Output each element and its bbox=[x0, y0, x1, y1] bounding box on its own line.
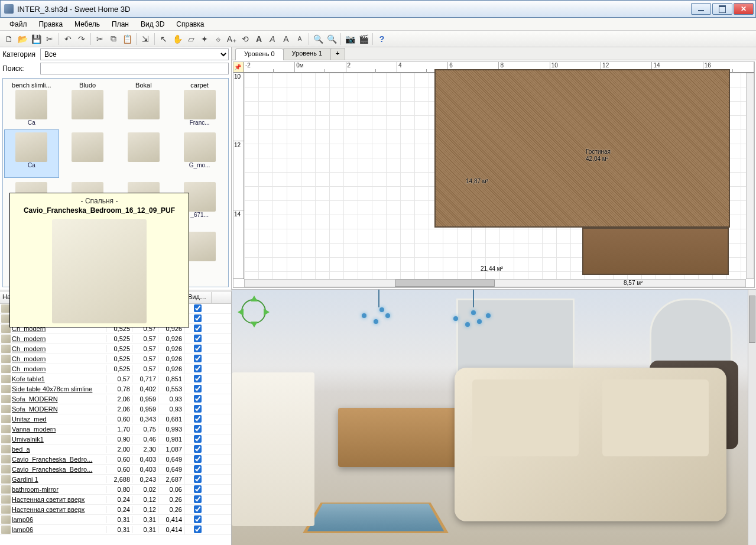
catalog-item[interactable]: Ca bbox=[4, 129, 59, 178]
catalog-item[interactable]: carpetFranc... bbox=[172, 80, 227, 128]
help-icon[interactable]: ? bbox=[375, 33, 388, 46]
table-row[interactable]: Side table 40x78cm slimline 0,78 0,402 0… bbox=[0, 384, 231, 394]
col-visible[interactable]: Види... bbox=[186, 292, 212, 303]
menu-plan[interactable]: План bbox=[106, 20, 135, 28]
table-row[interactable]: Настенная светит вверх 0,24 0,12 0,26 bbox=[0, 505, 231, 515]
text-italic-icon[interactable]: A bbox=[266, 33, 279, 46]
view-3d-panel[interactable] bbox=[232, 290, 756, 545]
decrease-size-icon[interactable]: A bbox=[293, 33, 306, 46]
table-row[interactable]: Kofe table1 0,57 0,717 0,851 bbox=[0, 374, 231, 384]
ruler-lock-icon[interactable] bbox=[233, 62, 244, 73]
visibility-checkbox[interactable] bbox=[194, 415, 202, 423]
table-row[interactable]: Unitaz_med 0,60 0,343 0,681 bbox=[0, 414, 231, 424]
minimize-button[interactable] bbox=[691, 3, 711, 15]
visibility-checkbox[interactable] bbox=[194, 485, 202, 493]
table-row[interactable]: lamp06 0,31 0,31 0,414 bbox=[0, 525, 231, 535]
plan-scrollbar-h[interactable] bbox=[244, 279, 746, 287]
tab-add-level[interactable]: + bbox=[330, 48, 345, 60]
nav-compass[interactable] bbox=[238, 296, 270, 327]
visibility-checkbox[interactable] bbox=[194, 385, 202, 392]
visibility-checkbox[interactable] bbox=[194, 505, 202, 513]
zoom-in-icon[interactable]: 🔍 bbox=[312, 33, 325, 46]
visibility-checkbox[interactable] bbox=[194, 455, 202, 463]
redo-icon[interactable]: ↷ bbox=[75, 33, 88, 46]
pan-tool-icon[interactable]: ✋ bbox=[171, 33, 184, 46]
create-walls-icon[interactable]: ▱ bbox=[184, 33, 197, 46]
paste-icon[interactable]: 📋 bbox=[121, 33, 134, 46]
select-tool-icon[interactable]: ↖ bbox=[157, 33, 170, 46]
visibility-checkbox[interactable] bbox=[194, 525, 202, 533]
visibility-checkbox[interactable] bbox=[194, 405, 202, 413]
copy-icon[interactable]: ⧉ bbox=[107, 33, 120, 46]
furniture-rows[interactable]: dining table 100 x 100 slim... 0,90 0,90… bbox=[0, 304, 231, 545]
open-icon[interactable]: 📂 bbox=[16, 33, 29, 46]
table-row[interactable]: bed_a 2,00 2,30 1,087 bbox=[0, 445, 231, 455]
table-row[interactable]: Vanna_modern 1,70 0,75 0,993 bbox=[0, 424, 231, 434]
create-room-icon[interactable]: ✦ bbox=[198, 33, 211, 46]
nav-left-icon[interactable] bbox=[238, 309, 244, 316]
catalog-item[interactable]: Bokal bbox=[116, 80, 171, 128]
catalog-item[interactable] bbox=[116, 129, 171, 178]
search-input[interactable] bbox=[40, 63, 229, 74]
create-polyline-icon[interactable]: ⟐ bbox=[212, 33, 225, 46]
visibility-checkbox[interactable] bbox=[194, 445, 202, 453]
table-row[interactable]: bathroom-mirror 0,80 0,02 0,06 bbox=[0, 485, 231, 495]
catalog-item[interactable] bbox=[60, 129, 115, 178]
photo-icon[interactable]: 📷 bbox=[343, 33, 356, 46]
plan-canvas[interactable]: -20м246810121416 101214 Гостиная42,04 м²… bbox=[233, 61, 755, 288]
table-row[interactable]: Ch_modern 0,525 0,57 0,926 bbox=[0, 354, 231, 364]
nav-down-icon[interactable] bbox=[251, 322, 258, 327]
table-row[interactable]: lamp06 0,31 0,31 0,414 bbox=[0, 515, 231, 525]
visibility-checkbox[interactable] bbox=[194, 435, 202, 443]
create-dimension-icon[interactable]: A₊ bbox=[225, 33, 238, 46]
catalog-item[interactable]: Bludo bbox=[60, 80, 115, 128]
plan-scrollbar-v[interactable] bbox=[746, 73, 754, 279]
plan-room[interactable] bbox=[434, 69, 730, 228]
table-row[interactable]: Gardini 1 2,688 0,243 2,687 bbox=[0, 475, 231, 485]
visibility-checkbox[interactable] bbox=[194, 314, 202, 322]
catalog-item[interactable]: bench slimli...Ca bbox=[4, 80, 59, 128]
menu-3d[interactable]: Вид 3D bbox=[135, 20, 170, 28]
visibility-checkbox[interactable] bbox=[194, 375, 202, 382]
create-text-icon[interactable]: ⟲ bbox=[239, 33, 252, 46]
table-row[interactable]: Ch_modern 0,525 0,57 0,926 bbox=[0, 334, 231, 344]
cut-icon[interactable]: ✂ bbox=[93, 33, 106, 46]
visibility-checkbox[interactable] bbox=[194, 515, 202, 523]
visibility-checkbox[interactable] bbox=[194, 425, 202, 433]
table-row[interactable]: Cavio_Francheska_Bedro... 0,60 0,403 0,6… bbox=[0, 455, 231, 465]
close-button[interactable]: ✕ bbox=[734, 3, 754, 15]
menu-help[interactable]: Справка bbox=[170, 20, 210, 28]
menu-furniture[interactable]: Мебель bbox=[69, 20, 106, 28]
video-icon[interactable]: 🎬 bbox=[357, 33, 370, 46]
preferences-icon[interactable]: ✂ bbox=[43, 33, 56, 46]
table-row[interactable]: Настенная светит вверх 0,24 0,12 0,26 bbox=[0, 495, 231, 505]
table-row[interactable]: Sofa_MODERN 2,06 0,959 0,93 bbox=[0, 404, 231, 414]
catalog-item[interactable]: G_mo... bbox=[172, 129, 227, 178]
table-row[interactable]: Cavio_Francheska_Bedro... 0,60 0,403 0,6… bbox=[0, 465, 231, 475]
add-furniture-icon[interactable]: ⇲ bbox=[139, 33, 152, 46]
view3d-scrollbar[interactable] bbox=[748, 290, 756, 545]
nav-up-icon[interactable] bbox=[251, 296, 258, 301]
increase-size-icon[interactable]: A bbox=[280, 33, 293, 46]
visibility-checkbox[interactable] bbox=[194, 495, 202, 503]
visibility-checkbox[interactable] bbox=[194, 465, 202, 473]
nav-right-icon[interactable] bbox=[264, 309, 270, 316]
table-row[interactable]: Ch_modern 0,525 0,57 0,926 bbox=[0, 364, 231, 374]
save-icon[interactable]: 💾 bbox=[30, 33, 43, 46]
visibility-checkbox[interactable] bbox=[194, 345, 202, 352]
visibility-checkbox[interactable] bbox=[194, 325, 202, 332]
maximize-button[interactable] bbox=[712, 3, 732, 15]
menu-file[interactable]: Файл bbox=[4, 20, 33, 28]
tab-level-0[interactable]: Уровень 0 bbox=[235, 48, 284, 60]
menu-edit[interactable]: Правка bbox=[33, 20, 69, 28]
visibility-checkbox[interactable] bbox=[194, 304, 202, 312]
visibility-checkbox[interactable] bbox=[194, 365, 202, 372]
visibility-checkbox[interactable] bbox=[194, 475, 202, 483]
text-bold-icon[interactable]: A bbox=[252, 33, 265, 46]
table-row[interactable]: Umivalnik1 0,90 0,46 0,981 bbox=[0, 434, 231, 445]
visibility-checkbox[interactable] bbox=[194, 395, 202, 403]
visibility-checkbox[interactable] bbox=[194, 335, 202, 342]
plan-room[interactable] bbox=[582, 228, 729, 275]
table-row[interactable]: Ch_modern 0,525 0,57 0,926 bbox=[0, 344, 231, 354]
new-icon[interactable]: 🗋 bbox=[2, 33, 15, 46]
